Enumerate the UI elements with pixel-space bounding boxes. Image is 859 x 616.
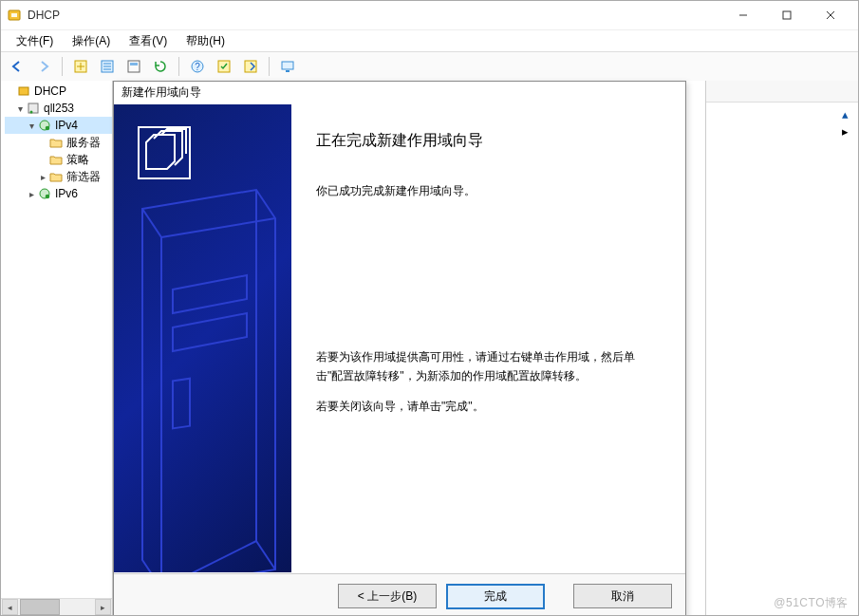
tree-server-options[interactable]: 服务器 — [5, 134, 112, 151]
toolbar-refresh-icon[interactable] — [148, 54, 173, 79]
finish-button[interactable]: 完成 — [446, 584, 545, 609]
back-button[interactable]: < 上一步(B) — [338, 584, 437, 608]
svg-point-23 — [46, 126, 50, 131]
toolbar-separator — [269, 57, 270, 76]
expand-right-icon[interactable]: ▸ — [842, 124, 855, 138]
folder-icon — [48, 152, 64, 167]
server-artwork-icon — [114, 104, 291, 572]
scroll-left-icon[interactable]: ◂ — [2, 599, 18, 615]
svg-line-32 — [161, 218, 275, 237]
minimize-button[interactable] — [721, 2, 765, 29]
tree-label: 筛选器 — [66, 169, 101, 185]
tree-label: 服务器 — [66, 135, 101, 151]
wizard-heading: 正在完成新建作用域向导 — [316, 127, 661, 153]
toolbar-action2-icon[interactable] — [238, 54, 263, 79]
collapse-up-icon[interactable]: ▴ — [842, 107, 855, 121]
tree-label: IPv4 — [55, 119, 78, 132]
tree-filters[interactable]: ▸ 筛选器 — [5, 168, 112, 185]
close-button[interactable] — [809, 2, 852, 29]
toolbar-help-icon[interactable]: ? — [185, 54, 210, 79]
scroll-thumb[interactable] — [20, 599, 60, 615]
actions-pane: ▴ ▸ — [705, 81, 858, 615]
toolbar-separator — [178, 57, 179, 76]
wizard-side-banner — [114, 104, 291, 572]
nav-back-button[interactable] — [5, 54, 29, 79]
svg-rect-33 — [173, 379, 190, 429]
svg-rect-20 — [28, 103, 38, 113]
svg-rect-19 — [19, 87, 28, 95]
toolbar-new-icon[interactable] — [68, 54, 93, 79]
svg-rect-18 — [286, 70, 289, 72]
toolbar-props-icon[interactable] — [121, 54, 146, 79]
menu-file[interactable]: 文件(F) — [7, 31, 63, 51]
filter-folder-icon — [48, 169, 64, 184]
cancel-button[interactable]: 取消 — [573, 584, 672, 608]
window-buttons — [721, 2, 852, 29]
dhcp-icon — [16, 84, 31, 99]
app-window: DHCP 文件(F) 操作(A) 查看(V) 帮助(H) ? — [0, 0, 859, 616]
chevron-down-icon[interactable]: ▾ — [26, 121, 37, 131]
toolbar-separator — [62, 57, 63, 76]
svg-point-21 — [30, 111, 33, 114]
window-title: DHCP — [28, 9, 721, 22]
svg-text:?: ? — [195, 62, 200, 72]
svg-rect-3 — [783, 11, 791, 19]
menu-view[interactable]: 查看(V) — [120, 31, 177, 51]
watermark: @51CTO博客 — [774, 595, 849, 611]
tree-root[interactable]: DHCP — [5, 83, 112, 100]
wizard-body: 正在完成新建作用域向导 你已成功完成新建作用域向导。 若要为该作用域提供高可用性… — [114, 104, 685, 572]
wizard-text-2: 若要为该作用域提供高可用性，请通过右键单击作用域，然后单击"配置故障转移"，为新… — [316, 347, 661, 386]
maximize-button[interactable] — [765, 2, 809, 29]
svg-line-28 — [161, 541, 256, 572]
wizard-text-3: 若要关闭该向导，请单击"完成"。 — [316, 397, 661, 416]
chevron-right-icon[interactable]: ▸ — [26, 189, 37, 199]
wizard-dialog: 新建作用域向导 — [113, 81, 686, 616]
toolbar-details-icon[interactable] — [95, 54, 120, 79]
toolbar-display-icon[interactable] — [275, 54, 300, 79]
menu-bar: 文件(F) 操作(A) 查看(V) 帮助(H) — [1, 30, 858, 51]
menu-action[interactable]: 操作(A) — [63, 31, 120, 51]
wizard-text-1: 你已成功完成新建作用域向导。 — [316, 181, 661, 200]
ipv4-icon — [37, 118, 52, 133]
tree-ipv6[interactable]: ▸ IPv6 — [5, 185, 112, 202]
main-body: DHCP ▾ qll253 ▾ IPv4 服务器 策略 ▸ — [1, 81, 858, 615]
wizard-title: 新建作用域向导 — [114, 82, 685, 106]
title-bar: DHCP — [1, 1, 858, 30]
folder-icon — [48, 135, 64, 150]
svg-rect-11 — [128, 61, 140, 72]
tree-label: IPv6 — [55, 187, 78, 200]
app-icon — [7, 8, 22, 23]
svg-rect-1 — [11, 13, 17, 17]
menu-help[interactable]: 帮助(H) — [177, 31, 234, 51]
wizard-footer: < 上一步(B) 完成 取消 — [114, 573, 685, 616]
tree-pane[interactable]: DHCP ▾ qll253 ▾ IPv4 服务器 策略 ▸ — [1, 81, 113, 615]
tree-server[interactable]: ▾ qll253 — [5, 100, 112, 117]
chevron-down-icon[interactable]: ▾ — [14, 103, 26, 114]
svg-rect-12 — [130, 63, 138, 65]
svg-line-29 — [256, 541, 275, 569]
server-icon — [26, 101, 41, 116]
svg-rect-17 — [282, 62, 293, 69]
nav-forward-button[interactable] — [31, 54, 56, 79]
tree-ipv4[interactable]: ▾ IPv4 — [5, 117, 112, 134]
scroll-right-icon[interactable]: ▸ — [95, 599, 111, 615]
chevron-right-icon[interactable]: ▸ — [37, 172, 48, 182]
tree-label: DHCP — [34, 84, 66, 98]
content-pane: ▴ ▸ 新建作用域向导 — [113, 81, 858, 615]
ipv6-icon — [37, 186, 52, 201]
wizard-main: 正在完成新建作用域向导 你已成功完成新建作用域向导。 若要为该作用域提供高可用性… — [291, 104, 685, 572]
svg-point-25 — [46, 195, 50, 199]
tree-label: qll253 — [44, 102, 74, 115]
tree-label: 策略 — [66, 152, 89, 168]
tree-policies[interactable]: 策略 — [5, 151, 112, 168]
svg-line-30 — [142, 209, 161, 237]
actions-header — [706, 81, 858, 103]
toolbar-action1-icon[interactable] — [212, 54, 236, 79]
toolbar: ? — [1, 51, 858, 82]
horizontal-scrollbar[interactable]: ◂ ▸ — [1, 598, 112, 615]
